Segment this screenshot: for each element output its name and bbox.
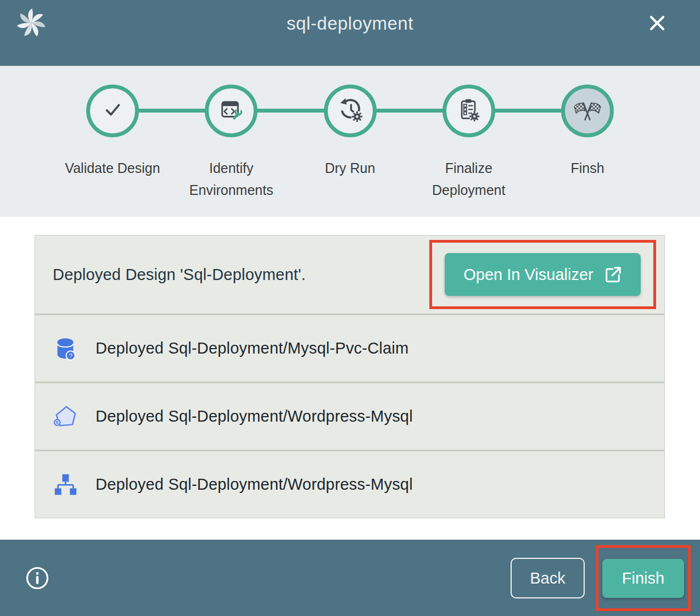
deployed-item-row: ? Deployed Sql-Deployment/Mysql-Pvc-Clai… bbox=[35, 315, 664, 382]
deployment-result-list: Deployed Design 'Sql-Deployment'. Open I… bbox=[35, 235, 665, 518]
stepper-step-identify-environments[interactable]: Identify Environments bbox=[178, 66, 284, 217]
open-in-visualizer-button[interactable]: Open In Visualizer bbox=[445, 253, 640, 296]
close-icon[interactable] bbox=[646, 12, 668, 34]
deployment-message: Deployed Design 'Sql-Deployment'. bbox=[53, 266, 306, 284]
step-circle-validate[interactable] bbox=[86, 85, 139, 137]
deployed-item-row: Deployed Sql-Deployment/Wordpress-Mysql bbox=[35, 451, 664, 518]
step-circle-finalize[interactable] bbox=[443, 85, 495, 137]
step-circle-finish[interactable] bbox=[561, 85, 614, 137]
dialog-footer: Back Finish bbox=[0, 540, 700, 616]
info-icon[interactable] bbox=[25, 566, 49, 590]
deployed-item-row: Deployed Sql-Deployment/Wordpress-Mysql bbox=[35, 383, 664, 450]
deployment-stepper: Validate Design Identify Environments bbox=[0, 66, 700, 217]
step-label: Finalize Deployment bbox=[417, 157, 521, 201]
check-icon bbox=[100, 97, 125, 125]
open-in-visualizer-label: Open In Visualizer bbox=[463, 266, 593, 284]
clipboard-gear-icon bbox=[457, 98, 481, 124]
stepper-step-validate-design[interactable]: Validate Design bbox=[60, 66, 165, 217]
step-label: Validate Design bbox=[65, 157, 160, 179]
step-label: Finsh bbox=[570, 157, 604, 179]
finish-button[interactable]: Finish bbox=[602, 559, 684, 598]
step-circle-dry-run[interactable] bbox=[324, 85, 377, 137]
step-label: Identify Environments bbox=[179, 157, 283, 201]
external-link-icon bbox=[604, 266, 622, 283]
dialog-header: sql-deployment bbox=[0, 0, 700, 66]
deployed-item-text: Deployed Sql-Deployment/Wordpress-Mysql bbox=[96, 475, 413, 494]
svg-text:?: ? bbox=[69, 352, 72, 359]
dry-run-icon bbox=[338, 97, 363, 125]
annotation-highlight-open-visualizer: Open In Visualizer bbox=[429, 240, 656, 309]
deployed-item-text: Deployed Sql-Deployment/Wordpress-Mysql bbox=[96, 407, 413, 425]
code-config-icon bbox=[219, 97, 244, 125]
database-icon: ? bbox=[53, 336, 78, 361]
pentagon-icon bbox=[53, 404, 78, 429]
step-label: Dry Run bbox=[325, 157, 376, 179]
finish-flags-icon bbox=[573, 98, 602, 124]
dialog-title: sql-deployment bbox=[0, 13, 700, 34]
back-button[interactable]: Back bbox=[511, 558, 585, 598]
annotation-highlight-finish: Finish bbox=[596, 545, 691, 611]
hierarchy-icon bbox=[53, 472, 78, 497]
step-circle-identify[interactable] bbox=[205, 85, 257, 137]
deployment-dialog: sql-deployment Validate Design bbox=[0, 0, 700, 616]
deployment-message-row: Deployed Design 'Sql-Deployment'. Open I… bbox=[35, 236, 664, 313]
stepper-step-finish[interactable]: Finsh bbox=[535, 66, 640, 217]
deployed-item-text: Deployed Sql-Deployment/Mysql-Pvc-Claim bbox=[96, 339, 408, 357]
stepper-step-dry-run[interactable]: Dry Run bbox=[298, 66, 403, 217]
stepper-step-finalize-deployment[interactable]: Finalize Deployment bbox=[416, 66, 522, 217]
